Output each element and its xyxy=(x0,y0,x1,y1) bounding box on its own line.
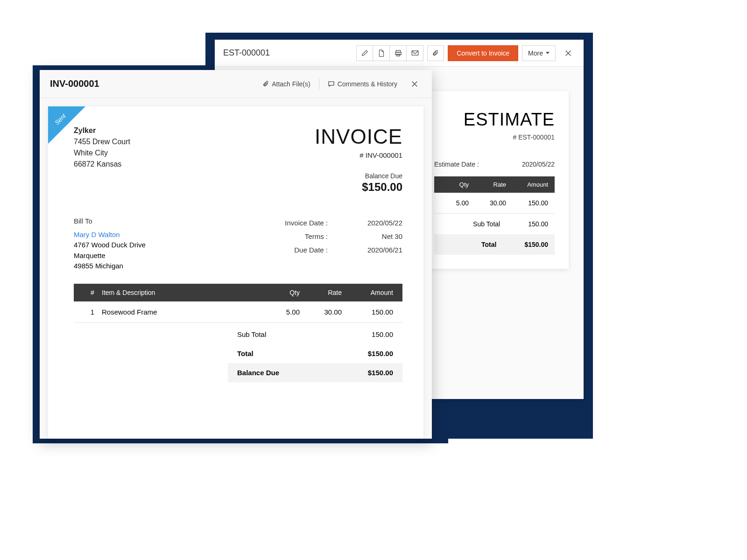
pdf-button[interactable] xyxy=(373,45,390,61)
cell-amount: 150.00 xyxy=(506,199,548,207)
cell-rate: 30.00 xyxy=(300,308,342,316)
invoice-table-header: # Item & Description Qty Rate Amount xyxy=(74,284,402,301)
estimate-table-row: 5.00 30.00 150.00 xyxy=(434,193,555,214)
estimate-header: EST-000001 Convert to Invoice xyxy=(215,40,584,67)
col-desc: Item & Description xyxy=(102,289,262,296)
col-qty: Qty xyxy=(262,289,300,296)
cell-rate: 30.00 xyxy=(469,199,506,207)
due-date-value: 2020/06/21 xyxy=(346,246,402,254)
invoice-window: INV-000001 Attach File(s) Comments & His… xyxy=(40,70,432,439)
invoice-totals: Sub Total 150.00 Total $150.00 Balance D… xyxy=(228,325,402,382)
dropdown-caret-icon xyxy=(546,52,550,54)
col-amount: Amount xyxy=(506,181,548,188)
customer-line2: Marquette xyxy=(74,251,146,261)
edit-button[interactable] xyxy=(356,45,373,61)
due-date-label: Due Date : xyxy=(267,246,328,254)
bill-to-label: Bill To xyxy=(74,216,146,227)
balance-due-value: $150.00 xyxy=(315,181,402,194)
estimate-date-value: 2020/05/22 xyxy=(522,161,555,168)
attach-files-link[interactable]: Attach File(s) xyxy=(263,80,310,88)
cell-qty: 5.00 xyxy=(441,199,469,207)
customer-line1: 4767 Wood Duck Drive xyxy=(74,240,146,251)
estimate-table-header: Qty Rate Amount xyxy=(434,176,555,193)
subtotal-label: Sub Total xyxy=(237,330,266,338)
col-rate: Rate xyxy=(469,181,506,188)
balance-due-row-value: $150.00 xyxy=(368,369,393,377)
estimate-subtotal-label: Sub Total xyxy=(473,220,500,228)
col-qty: Qty xyxy=(441,181,469,188)
invoice-date-label: Invoice Date : xyxy=(267,219,328,227)
estimate-date-label: Estimate Date : xyxy=(434,161,479,168)
balance-due-label: Balance Due xyxy=(315,172,402,180)
comment-icon xyxy=(328,81,335,87)
convert-to-invoice-button[interactable]: Convert to Invoice xyxy=(448,45,518,61)
separator xyxy=(319,79,319,89)
attach-files-label: Attach File(s) xyxy=(272,80,310,88)
svg-rect-3 xyxy=(412,51,418,55)
estimate-total-value: $150.00 xyxy=(524,241,548,248)
mail-icon xyxy=(411,50,419,56)
more-button[interactable]: More xyxy=(522,45,556,61)
customer-line3: 49855 Michigan xyxy=(74,261,146,272)
mail-button[interactable] xyxy=(407,45,423,61)
more-label: More xyxy=(528,49,543,57)
paperclip-icon xyxy=(263,80,269,88)
estimate-toolbar xyxy=(356,45,423,61)
subtotal-value: 150.00 xyxy=(372,330,393,338)
col-rate: Rate xyxy=(300,289,342,296)
customer-name[interactable]: Mary D Walton xyxy=(74,230,146,240)
invoice-table-row: 1 Rosewood Frame 5.00 30.00 150.00 xyxy=(74,301,402,323)
pencil-icon xyxy=(361,49,368,56)
close-icon xyxy=(411,80,418,88)
invoice-close-button[interactable] xyxy=(408,77,422,91)
col-num: # xyxy=(83,289,102,296)
estimate-total-label: Total xyxy=(481,241,496,248)
from-line2: White City xyxy=(74,147,130,159)
estimate-document: ESTIMATE # EST-000001 Estimate Date : 20… xyxy=(420,91,569,269)
cell-num: 1 xyxy=(83,308,102,316)
invoice-doc-title: INVOICE xyxy=(315,125,402,148)
estimate-subtotal-value: 150.00 xyxy=(528,220,548,228)
paperclip-icon xyxy=(432,49,439,57)
invoice-meta: Invoice Date : 2020/05/22 Terms : Net 30… xyxy=(267,216,402,257)
invoice-doc-number: # INV-000001 xyxy=(315,151,402,159)
balance-due-row-label: Balance Due xyxy=(237,369,279,377)
col-amount: Amount xyxy=(342,289,393,296)
invoice-document: Sent Zylker 7455 Drew Court White City 6… xyxy=(48,106,423,439)
estimate-title: EST-000001 xyxy=(223,48,270,58)
estimate-doc-number: # EST-000001 xyxy=(434,133,555,141)
printer-icon xyxy=(395,49,402,57)
invoice-date-value: 2020/05/22 xyxy=(346,219,402,227)
invoice-header: INV-000001 Attach File(s) Comments & His… xyxy=(40,70,432,98)
comments-history-link[interactable]: Comments & History xyxy=(328,80,397,88)
total-value: $150.00 xyxy=(368,350,393,357)
estimate-doc-title: ESTIMATE xyxy=(434,110,555,130)
bill-to-block: Bill To Mary D Walton 4767 Wood Duck Dri… xyxy=(74,216,146,272)
attach-button[interactable] xyxy=(427,45,444,61)
close-button[interactable] xyxy=(561,46,575,60)
terms-value: Net 30 xyxy=(346,232,402,240)
cell-qty: 5.00 xyxy=(262,308,300,316)
print-button[interactable] xyxy=(390,45,407,61)
pdf-icon xyxy=(378,49,385,57)
invoice-title: INV-000001 xyxy=(50,78,99,89)
comments-history-label: Comments & History xyxy=(338,80,397,88)
terms-label: Terms : xyxy=(267,232,328,240)
total-label: Total xyxy=(237,350,254,357)
cell-amount: 150.00 xyxy=(342,308,393,316)
close-icon xyxy=(564,49,572,57)
cell-desc: Rosewood Frame xyxy=(102,308,262,316)
from-line3: 66872 Kansas xyxy=(74,159,130,170)
